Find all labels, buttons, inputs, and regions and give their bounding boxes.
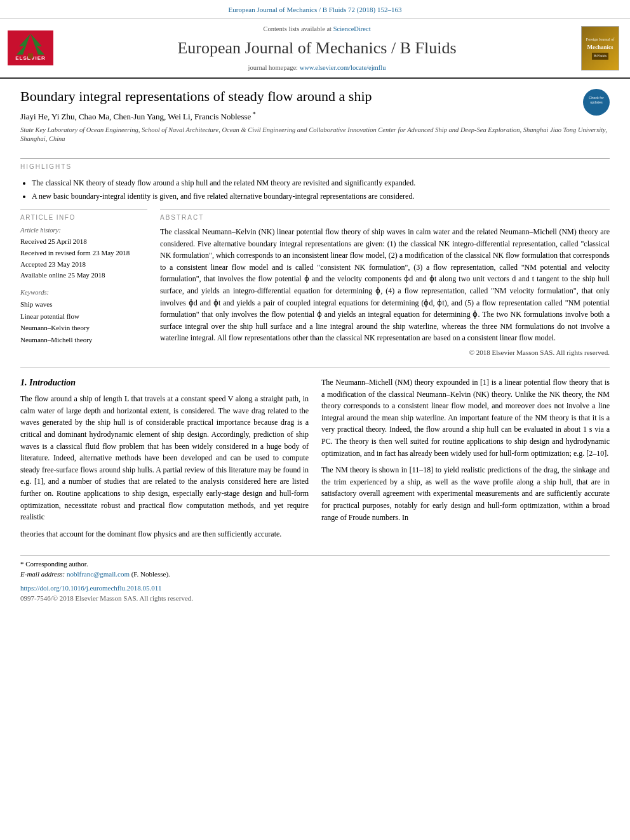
svg-text:updates: updates <box>590 100 603 104</box>
keywords-list: Ship waves Linear potential flow Neumann… <box>20 298 147 346</box>
authors-list: Jiayi He, Yi Zhu, Chao Ma, Chen-Jun Yang… <box>20 110 610 123</box>
journal-title-area: Contents lists available at ScienceDirec… <box>62 24 572 72</box>
email-link[interactable]: noblfranc@gmail.com <box>67 570 130 578</box>
journal-title: European Journal of Mechanics / B Fluids <box>177 36 456 60</box>
section-divider <box>20 367 610 368</box>
contents-available: Contents lists available at ScienceDirec… <box>263 24 370 34</box>
article-info-column: ARTICLE INFO Article history: Received 2… <box>20 210 147 358</box>
abstract-label: ABSTRACT <box>160 210 610 223</box>
svg-rect-4 <box>28 53 33 58</box>
section-heading: 1. Introduction <box>20 377 309 389</box>
intro-left-text: The flow around a ship of length L that … <box>20 393 309 540</box>
corresponding-note: * Corresponding author. <box>20 559 610 570</box>
highlight-item: A new basic boundary-integral identity i… <box>32 190 610 202</box>
intro-right-col: The Neumann–Michell (NM) theory expounde… <box>321 377 610 545</box>
homepage-url[interactable]: www.elsevier.com/locate/ejmflu <box>300 64 386 71</box>
highlight-item: The classical NK theory of steady flow a… <box>32 177 610 189</box>
article-history: Article history: Received 25 April 2018 … <box>20 225 147 281</box>
footnote-section: * Corresponding author. E-mail address: … <box>20 555 610 580</box>
abstract-text: The classical Neumann–Kelvin (NK) linear… <box>160 226 610 344</box>
keywords-section: Keywords: Ship waves Linear potential fl… <box>20 288 147 346</box>
svg-text:Check for: Check for <box>589 96 604 100</box>
elsevier-logo-area: ELSEVIER <box>5 24 56 72</box>
affiliation: State Key Laboratory of Ocean Engineerin… <box>20 126 610 144</box>
copyright: © 2018 Elsevier Masson SAS. All rights r… <box>160 348 610 358</box>
keywords-label: Keywords: <box>20 288 147 297</box>
date-received: Received 25 April 2018 Received in revis… <box>20 236 147 281</box>
star-symbol: * <box>20 560 24 568</box>
journal-badge: Foreign Journal of Mechanics B/Fluids <box>581 26 619 70</box>
sciencedirect-link[interactable]: ScienceDirect <box>333 25 371 32</box>
highlights-label: HIGHLIGHTS <box>20 158 610 172</box>
intro-left-col: 1. Introduction The flow around a ship o… <box>20 377 309 545</box>
abstract-column: ABSTRACT The classical Neumann–Kelvin (N… <box>160 210 610 358</box>
journal-reference-link[interactable]: European Journal of Mechanics / B Fluids… <box>229 4 402 14</box>
journal-badge-area: Foreign Journal of Mechanics B/Fluids <box>578 24 622 72</box>
article-info-label: ARTICLE INFO <box>20 210 147 223</box>
journal-header: ELSEVIER Contents lists available at Sci… <box>0 19 630 79</box>
history-label: Article history: <box>20 225 147 235</box>
check-updates-badge: Check for updates <box>583 89 610 116</box>
introduction-section: 1. Introduction The flow around a ship o… <box>20 377 610 545</box>
elsevier-logo: ELSEVIER <box>8 30 53 65</box>
issn-line: 0997-7546/© 2018 Elsevier Masson SAS. Al… <box>20 594 610 604</box>
intro-right-text: The Neumann–Michell (NM) theory expounde… <box>321 377 610 523</box>
doi-link[interactable]: https://doi.org/10.1016/j.euromechflu.20… <box>20 583 610 594</box>
email-note: E-mail address: noblfranc@gmail.com (F. … <box>20 570 610 580</box>
journal-homepage: journal homepage: www.elsevier.com/locat… <box>248 63 386 72</box>
highlights-list: The classical NK theory of steady flow a… <box>20 177 610 202</box>
top-bar: European Journal of Mechanics / B Fluids… <box>0 0 630 19</box>
article-title: Boundary integral representations of ste… <box>20 88 610 106</box>
